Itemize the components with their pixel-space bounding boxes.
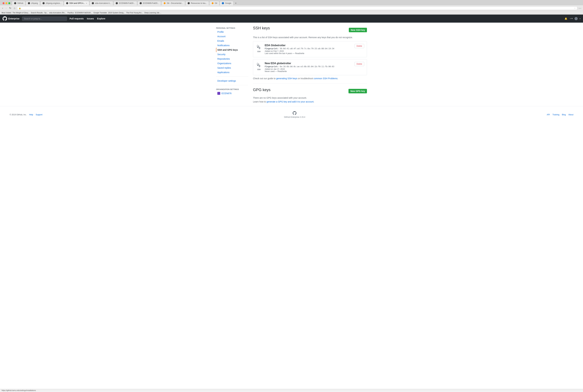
browser-tab-google[interactable]: 🔵 Google xyxy=(220,1,233,5)
tab-close-icon[interactable]: ✕ xyxy=(86,2,87,4)
browser-tab-git-doc[interactable]: 🔶 Git - Documentat... xyxy=(161,1,185,5)
browser-tab-zhiyang-ong[interactable]: ⚫ zhiyang-ong/ece... xyxy=(40,1,64,5)
new-gpg-key-button[interactable]: New GPG key xyxy=(349,89,367,93)
git-favicon2: 🔶 xyxy=(211,2,214,4)
back-button[interactable]: ‹ xyxy=(2,6,4,10)
sidebar-item-notifications[interactable]: Notifications xyxy=(216,43,248,48)
generate-gpg-key-link[interactable]: generate a GPG key and add it to your ac… xyxy=(267,100,314,103)
generating-ssh-keys-link[interactable]: generating SSH keys xyxy=(276,77,298,80)
tab-label: SSH and GPG k... xyxy=(69,2,85,4)
traffic-light-yellow[interactable] xyxy=(6,2,8,4)
user-avatar[interactable] xyxy=(574,17,578,20)
forward-button[interactable]: › xyxy=(5,6,7,10)
bookmark-most-visited[interactable]: Most Visited xyxy=(2,12,11,14)
address-input[interactable]: https://github.tamu.edu/settings/keys xyxy=(22,7,573,9)
traffic-light-red[interactable] xyxy=(3,2,5,4)
browser-tab-ecen2[interactable]: ⚫ ECEN689-Fall20... xyxy=(137,1,161,5)
menu-icon[interactable]: ⋯ xyxy=(578,6,581,10)
bell-icon[interactable]: 🔔 xyxy=(564,17,567,20)
github-nav: Pull requests Issues Explore xyxy=(70,17,105,20)
traffic-light-green[interactable] xyxy=(8,2,10,4)
key-svg-icon xyxy=(257,45,261,50)
sidebar-org-ecen676[interactable]: ECEN676 xyxy=(216,91,248,96)
bookmark-ecen[interactable]: ECEN689-Fall2018/... xyxy=(75,12,92,14)
status-url: https://github.tamu.edu/settings/install… xyxy=(2,390,36,391)
training-link[interactable]: Training xyxy=(552,114,559,116)
issues-link[interactable]: Issues xyxy=(87,17,94,20)
helper-suffix: . xyxy=(338,77,338,80)
api-link[interactable]: API xyxy=(547,114,550,116)
sidebar-item-security[interactable]: Security xyxy=(216,52,248,56)
github-favicon: ⚫ xyxy=(28,2,30,4)
section-divider xyxy=(253,84,367,84)
tab-label: eda-ricercatore it... xyxy=(95,2,111,4)
ssh-key-card-1: SSH EDA Globetrotter Fingerprint: 56:0d:… xyxy=(253,41,367,57)
support-link[interactable]: Support xyxy=(36,114,42,116)
sidebar-item-ssh-gpg[interactable]: SSH and GPG keys xyxy=(216,48,248,52)
tab-label: ECEN689-Fall20... xyxy=(143,2,159,4)
pull-requests-link[interactable]: Pull requests xyxy=(70,17,84,20)
tab-label: zhiyang xyxy=(31,2,38,4)
footer-right: API Training Blog About xyxy=(547,114,573,116)
bookmark-young[interactable]: The First Young Arc... xyxy=(126,12,143,14)
sidebar-item-developer-settings[interactable]: Developer settings xyxy=(216,78,248,83)
bookmark-pacifica[interactable]: Pacifica xyxy=(67,12,74,14)
footer-center: GitHub Enterprise 2.15.4 xyxy=(284,111,305,118)
explore-link[interactable]: Explore xyxy=(97,17,105,20)
gpg-section-header: GPG keys New GPG key xyxy=(253,88,367,95)
key-details-1: EDA Globetrotter Fingerprint: 56:0d:41:a… xyxy=(265,44,352,54)
gpg-helper-text: Learn how to generate a GPG key and add … xyxy=(253,100,367,103)
search-input[interactable] xyxy=(22,16,67,21)
browser-tab-eda[interactable]: ⚫ eda-ricercatore it... xyxy=(90,1,113,5)
new-tab-button[interactable]: + xyxy=(234,1,238,5)
delete-key-1-button[interactable]: Delete xyxy=(354,44,364,48)
header-search[interactable] xyxy=(22,16,67,21)
about-link[interactable]: About xyxy=(568,114,573,116)
browser-tab-github[interactable]: ⚫ GitHub xyxy=(12,1,25,5)
tab-label: ECEN689-Fall20... xyxy=(119,2,135,4)
main-content: SSH keys New SSH key This is a list of S… xyxy=(253,26,367,103)
key-icon-area-1: SSH xyxy=(256,44,262,52)
github-logo[interactable]: Enterprise xyxy=(3,16,20,21)
tab-label: Git - Documentat... xyxy=(167,2,183,4)
sidebar-item-organizations[interactable]: Organizations xyxy=(216,61,248,66)
sidebar-item-account[interactable]: Account xyxy=(216,34,248,39)
bookmark-translate[interactable]: Google Translate xyxy=(93,12,107,14)
bookmark-weight[interactable]: The Weight of Glory... xyxy=(13,12,30,14)
home-button[interactable]: ⌂ xyxy=(13,6,16,10)
browser-tab-ssh-gpg[interactable]: ⚫ SSH and GPG k... ✕ xyxy=(64,1,89,5)
reload-button[interactable]: ↻ xyxy=(9,6,12,10)
sidebar-item-applications[interactable]: Applications xyxy=(216,70,248,74)
bookmark-eda[interactable]: eda-ricercatore (Ric... xyxy=(49,12,66,14)
tab-label: Google xyxy=(225,2,231,4)
github-header-actions: 🔔 ＋▾ ▾ xyxy=(564,17,580,20)
avatar-dropdown-icon[interactable]: ▾ xyxy=(580,18,580,20)
browser-tab-git2[interactable]: 🔶 Git xyxy=(209,1,219,5)
key-icon-2 xyxy=(256,62,262,68)
sidebar-item-repositories[interactable]: Repositories xyxy=(216,56,248,61)
fingerprint-label-1: Fingerprint: xyxy=(265,48,279,50)
plus-dropdown[interactable]: ＋▾ xyxy=(569,17,572,20)
sidebar-item-saved-replies[interactable]: Saved replies xyxy=(216,66,248,70)
browser-tab-resources[interactable]: ⚫ Resources to lea... xyxy=(185,1,209,5)
git-favicon: 🔶 xyxy=(163,2,166,4)
ssh-label-1: SSH xyxy=(257,51,261,52)
browser-tab-ecen1[interactable]: ⚫ ECEN689-Fall20... xyxy=(114,1,137,5)
ssh-description: This is a list of SSH keys associated wi… xyxy=(253,36,367,39)
common-ssh-problems-link[interactable]: common SSH Problems xyxy=(314,77,337,80)
browser-tab-zhiyang[interactable]: ⚫ zhiyang xyxy=(26,1,40,5)
address-bar[interactable]: 🔒 https://github.tamu.edu/settings/keys … xyxy=(17,6,577,10)
gpg-section-title: GPG keys xyxy=(253,88,270,92)
delete-key-2-button[interactable]: Delete xyxy=(354,62,364,66)
sidebar-item-profile[interactable]: Profile xyxy=(216,30,248,34)
bookmark-deeplearning[interactable]: Deep Learning Job ... xyxy=(144,12,161,14)
key-name-2: New EDA globetrotter xyxy=(265,62,352,65)
blog-link[interactable]: Blog xyxy=(562,114,566,116)
help-link[interactable]: Help xyxy=(29,114,33,116)
sidebar-item-emails[interactable]: Emails xyxy=(216,39,248,43)
new-ssh-key-button[interactable]: New SSH key xyxy=(349,28,367,32)
key-svg-icon-2 xyxy=(257,63,261,67)
enterprise-label: Enterprise xyxy=(8,17,20,20)
bookmark-2019[interactable]: 2019 System Desig... xyxy=(108,12,125,14)
bookmark-search[interactable]: Search Results - Sp... xyxy=(31,12,48,14)
